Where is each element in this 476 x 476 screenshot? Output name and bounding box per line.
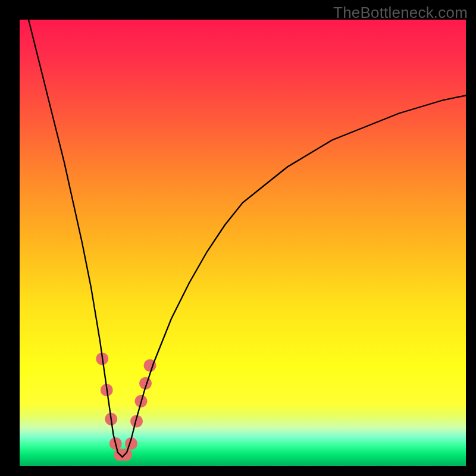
bottleneck-curve: [29, 20, 466, 457]
markers-group: [96, 353, 156, 461]
plot-area: [20, 20, 466, 466]
chart-frame: TheBottleneck.com: [0, 0, 476, 476]
marker-dot: [120, 449, 132, 461]
chart-svg: [20, 20, 466, 466]
